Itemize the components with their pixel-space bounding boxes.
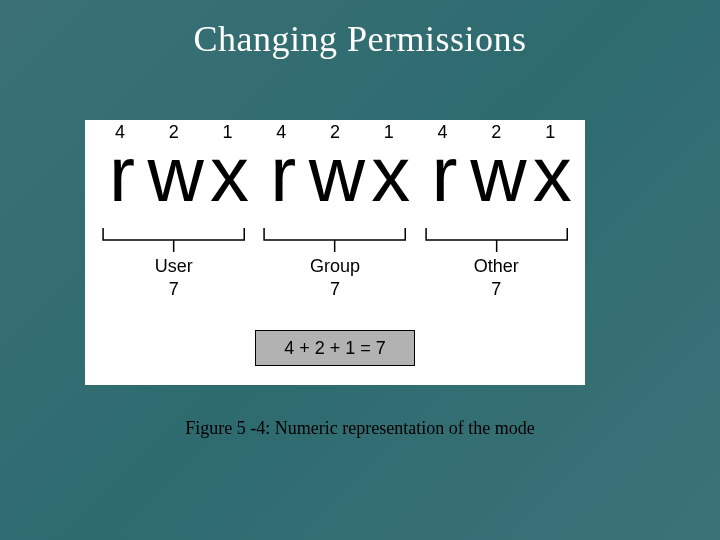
bracket-group bbox=[254, 228, 415, 252]
bracket-icon bbox=[254, 228, 415, 252]
perm-letter: x bbox=[362, 139, 416, 209]
group-label-col: Other 7 bbox=[416, 256, 577, 300]
col: 2 w bbox=[469, 122, 523, 209]
figure-caption: Figure 5 -4: Numeric representation of t… bbox=[0, 418, 720, 439]
group-label-col: User 7 bbox=[93, 256, 254, 300]
group-label-row: User 7 Group 7 Other 7 bbox=[93, 256, 577, 300]
bracket-row bbox=[93, 228, 577, 252]
bracket-icon bbox=[93, 228, 254, 252]
perm-letter: x bbox=[201, 139, 255, 209]
group-name: User bbox=[93, 256, 254, 277]
col: 2 w bbox=[308, 122, 362, 209]
col: 4 r bbox=[93, 122, 147, 209]
bit-row: 4 r 2 w 1 x 4 r 2 w 1 x 4 r 2 w bbox=[93, 122, 577, 209]
perm-letter: r bbox=[254, 139, 308, 209]
bracket-icon bbox=[416, 228, 577, 252]
group-sum: 7 bbox=[254, 279, 415, 300]
col: 4 r bbox=[254, 122, 308, 209]
col: 1 x bbox=[201, 122, 255, 209]
group-label-col: Group 7 bbox=[254, 256, 415, 300]
group-name: Group bbox=[254, 256, 415, 277]
col: 1 x bbox=[362, 122, 416, 209]
bracket-group bbox=[93, 228, 254, 252]
col: 2 w bbox=[147, 122, 201, 209]
slide-title: Changing Permissions bbox=[0, 0, 720, 60]
group-sum: 7 bbox=[416, 279, 577, 300]
col: 4 r bbox=[416, 122, 470, 209]
equation-box: 4 + 2 + 1 = 7 bbox=[255, 330, 415, 366]
perm-letter: w bbox=[469, 139, 523, 209]
bracket-group bbox=[416, 228, 577, 252]
group-name: Other bbox=[416, 256, 577, 277]
figure-panel: 4 r 2 w 1 x 4 r 2 w 1 x 4 r 2 w bbox=[85, 120, 585, 385]
perm-letter: w bbox=[308, 139, 362, 209]
equation-text: 4 + 2 + 1 = 7 bbox=[284, 338, 386, 359]
perm-letter: r bbox=[93, 139, 147, 209]
perm-letter: w bbox=[147, 139, 201, 209]
group-sum: 7 bbox=[93, 279, 254, 300]
perm-letter: x bbox=[523, 139, 577, 209]
perm-letter: r bbox=[416, 139, 470, 209]
col: 1 x bbox=[523, 122, 577, 209]
